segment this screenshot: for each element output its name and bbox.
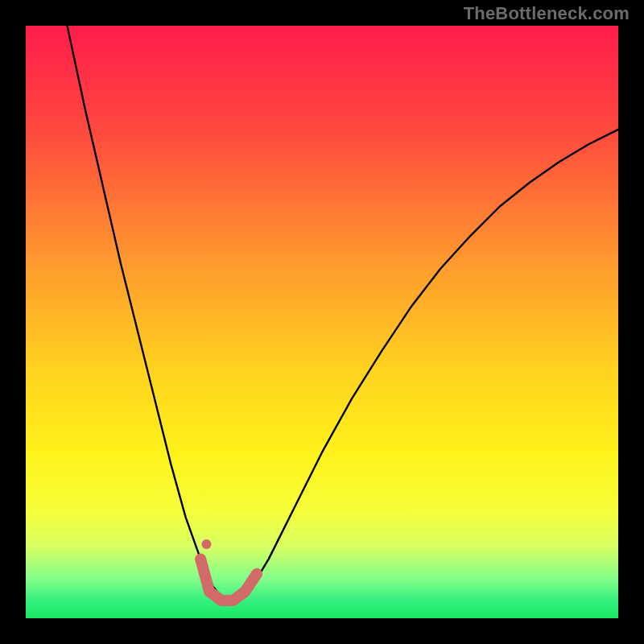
chart-frame: TheBottleneck.com (0, 0, 644, 644)
plot-area (26, 26, 618, 618)
marker-optimal-dot (201, 539, 211, 549)
watermark-label: TheBottleneck.com (464, 3, 630, 24)
gradient-background (26, 26, 618, 618)
bottleneck-chart (26, 26, 618, 618)
